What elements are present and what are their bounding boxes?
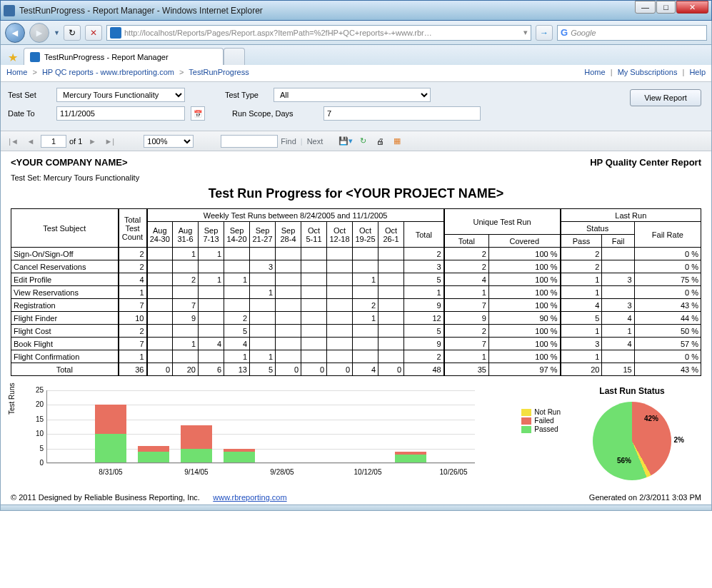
report-body: <YOUR COMPANY NAME> HP Quality Center Re…	[1, 151, 711, 485]
window-titlebar: TestRunProgress - Report Manager - Windo…	[0, 0, 712, 21]
link-subscriptions[interactable]: My Subscriptions	[618, 68, 678, 76]
view-report-button[interactable]: View Report	[630, 89, 701, 106]
date-to-input[interactable]	[56, 106, 185, 121]
test-type-label: Test Type	[225, 91, 268, 99]
legend-swatch-passed	[521, 426, 531, 433]
y-axis-label: Test Runs	[8, 383, 16, 415]
refresh-button[interactable]: ↻	[64, 25, 81, 41]
table-row: Sign-On/Sign-Off21122100 %20 %	[11, 248, 701, 260]
breadcrumb-folder[interactable]: HP QC reports - www.rbreporting.com	[42, 68, 174, 76]
new-tab-button[interactable]	[224, 48, 245, 65]
breadcrumb-report[interactable]: TestRunProgress	[189, 68, 249, 76]
table-row: View Reservations1111100 %10 %	[11, 286, 701, 299]
last-page-icon[interactable]: ►|	[102, 134, 116, 148]
close-button[interactable]: ✕	[676, 1, 708, 14]
table-row: Book Flight714497100 %3457 %	[11, 338, 701, 350]
run-scope-label: Run Scope, Days	[232, 109, 318, 118]
maximize-button[interactable]: □	[656, 1, 676, 14]
next-page-icon[interactable]: ►	[85, 134, 99, 148]
feed-icon[interactable]: ▦	[390, 134, 404, 148]
page-icon	[110, 27, 121, 39]
search-box[interactable]: G Google	[557, 25, 707, 41]
ie-icon	[4, 5, 15, 16]
pie-chart: Last Run Status 42% 2% 56%	[575, 386, 689, 480]
calendar-icon[interactable]: 📅	[191, 106, 205, 121]
table-row: Cancel Reservations2332100 %20 %	[11, 260, 701, 273]
footer-link[interactable]: www.rbreporting.com	[213, 493, 286, 502]
zoom-dropdown[interactable]: 100%	[144, 135, 194, 148]
url-text: http://localhost/Reports/Pages/Report.as…	[124, 29, 432, 37]
report-title: Test Run Progress for <YOUR PROJECT NAME…	[11, 186, 701, 201]
find-input[interactable]	[221, 135, 278, 148]
stop-button[interactable]: ✕	[85, 25, 102, 41]
legend-swatch-failed	[521, 417, 531, 425]
next-link[interactable]: Next	[307, 137, 324, 146]
link-home[interactable]: Home	[584, 68, 605, 76]
run-scope-input[interactable]	[324, 106, 481, 121]
search-placeholder: Google	[571, 29, 596, 37]
prev-page-icon[interactable]: ◄	[24, 134, 38, 148]
export-icon[interactable]: 💾▾	[339, 134, 353, 148]
company-name: <YOUR COMPANY NAME>	[11, 157, 128, 168]
tab-active[interactable]: TestRunProgress - Report Manager	[24, 48, 224, 65]
report-footer: © 2011 Designed by Reliable Business Rep…	[1, 489, 711, 505]
table-row: Flight Finder1092112990 %5444 %	[11, 312, 701, 325]
address-bar[interactable]: http://localhost/Reports/Pages/Report.as…	[106, 25, 531, 41]
copyright: © 2011 Designed by Reliable Business Rep…	[11, 493, 200, 502]
minimize-button[interactable]: —	[635, 1, 656, 14]
data-table: Test SubjectTotal Test CountWeekly Test …	[11, 208, 701, 376]
window-border-bottom	[0, 505, 712, 511]
page-of-label: of 1	[69, 137, 82, 146]
link-help[interactable]: Help	[689, 68, 706, 76]
forward-button[interactable]: ►	[29, 23, 49, 43]
find-link[interactable]: Find	[281, 137, 296, 146]
chart-legend: Not Run Failed Passed	[521, 407, 561, 434]
table-row: Flight Cost2552100 %1150 %	[11, 325, 701, 338]
favorites-icon[interactable]: ★	[5, 49, 21, 65]
google-icon: G	[561, 27, 568, 38]
go-button[interactable]: →	[536, 25, 553, 41]
bar-chart: Test Runs 05101520258/31/059/14/059/28/0…	[11, 386, 482, 479]
table-row: Registration77297100 %4343 %	[11, 299, 701, 312]
table-total-row: Total36020613500040483597 %201543 %	[11, 363, 701, 376]
window-title: TestRunProgress - Report Manager - Windo…	[19, 6, 708, 16]
back-button[interactable]: ◄	[5, 23, 25, 43]
generated-timestamp: Generated on 2/3/2011 3:03 PM	[589, 493, 701, 502]
breadcrumb: Home > HP QC reports - www.rbreporting.c…	[1, 65, 711, 82]
parameter-panel: Test Set Mercury Tours Functionality Tes…	[1, 82, 711, 131]
test-type-dropdown[interactable]: All	[274, 88, 431, 102]
print-icon[interactable]: 🖨	[373, 134, 387, 148]
test-set-label: Test Set	[8, 91, 51, 99]
breadcrumb-home[interactable]: Home	[6, 68, 27, 76]
date-to-label: Date To	[8, 109, 51, 118]
report-type: HP Quality Center Report	[590, 157, 701, 168]
table-row: Flight Confirmation11121100 %10 %	[11, 350, 701, 363]
report-subheader: Test Set: Mercury Tours Functionality	[11, 173, 701, 182]
tab-label: TestRunProgress - Report Manager	[44, 53, 169, 61]
page-content: Home > HP QC reports - www.rbreporting.c…	[0, 65, 712, 505]
page-number-input[interactable]	[41, 135, 66, 148]
first-page-icon[interactable]: |◄	[6, 134, 21, 148]
pie-graphic: 42% 2% 56%	[593, 402, 671, 480]
browser-navbar: ◄ ► ▼ ↻ ✕ http://localhost/Reports/Pages…	[0, 21, 712, 45]
report-toolbar: |◄ ◄ of 1 ► ►| 100% Find | Next 💾▾ ↻ 🖨 ▦	[1, 131, 711, 151]
tab-bar: ★ TestRunProgress - Report Manager	[0, 45, 712, 65]
pie-title: Last Run Status	[575, 386, 689, 396]
table-row: Edit Profile4211154100 %1375 %	[11, 273, 701, 286]
refresh-report-icon[interactable]: ↻	[356, 134, 370, 148]
legend-swatch-notrun	[521, 409, 531, 416]
tab-favicon	[30, 52, 40, 62]
test-set-dropdown[interactable]: Mercury Tours Functionality	[56, 88, 185, 102]
